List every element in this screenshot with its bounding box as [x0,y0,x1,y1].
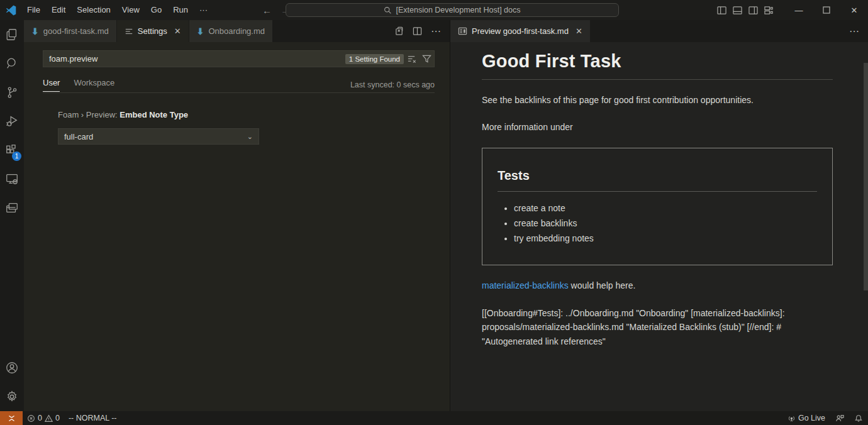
link-reference-text: [[Onboarding#Tests]: ../Onboarding.md "O… [482,306,840,348]
editor-group-right: Preview good-first-task.md ✕ ⋯ Good Firs… [450,20,868,411]
note-card-list: create a note create backlinks try embed… [514,203,817,243]
broadcast-icon [787,414,796,422]
extensions-badge: 1 [12,152,21,161]
feedback-icon [835,414,844,422]
activity-bar: 1 [0,20,24,411]
settings-search-input[interactable]: foam.preview 1 Setting Found [43,50,435,67]
scope-tab-user[interactable]: User [43,78,60,92]
settings-editor-icon [125,27,133,36]
setting-category: Foam › Preview: [58,110,120,119]
preview-link-paragraph: materialized-backlinks would help here. [482,279,833,292]
toggle-sidebar-icon[interactable] [717,6,726,15]
select-value: full-card [64,132,93,141]
error-count: 0 [38,414,42,422]
command-center[interactable]: [Extension Development Host] docs [286,3,619,17]
go-live-button[interactable]: Go Live [782,411,830,425]
menu-view[interactable]: View [116,3,145,17]
materialized-backlinks-link[interactable]: materialized-backlinks [482,280,569,290]
settings-scope-row: User Workspace Last synced: 0 secs ago [43,77,435,93]
markdown-file-icon: ⬇ [31,26,39,36]
markdown-file-icon: ⬇ [197,26,204,36]
list-item: create backlinks [514,218,817,228]
tab-settings[interactable]: Settings ✕ [117,20,189,42]
preview-paragraph: See the backlinks of this page for good … [482,94,833,107]
bell-icon [854,414,863,422]
menu-selection[interactable]: Selection [71,3,116,17]
go-live-label: Go Live [798,414,825,422]
command-center-label: [Extension Development Host] docs [396,6,520,14]
list-item: create a note [514,203,817,213]
search-icon [384,6,392,14]
markdown-preview-icon [458,26,467,36]
setting-embed-note-type: Foam › Preview: Embed Note Type full-car… [58,110,259,145]
embed-note-type-select[interactable]: full-card ⌄ [58,128,259,145]
titlebar: File Edit Selection View Go Run ··· ← → … [0,0,868,20]
errors-icon [27,414,35,422]
setting-name: Embed Note Type [120,110,188,119]
toggle-panel-icon[interactable] [733,6,742,15]
tab-good-first-task[interactable]: ⬇ good-first-task.md [24,20,117,42]
explorer-icon[interactable] [0,20,24,49]
close-tab-icon[interactable]: ✕ [576,26,582,36]
preview-paragraph: More information under [482,121,833,134]
link-suffix-text: would help here. [569,280,636,290]
minimize-button[interactable]: — [785,0,813,20]
search-icon[interactable] [0,49,24,78]
open-settings-json-icon[interactable] [394,26,404,36]
settings-search-value: foam.preview [49,54,97,63]
preview-scrollbar[interactable] [864,63,868,290]
close-window-button[interactable]: ✕ [840,0,868,20]
remote-icon [8,414,16,422]
menu-file[interactable]: File [21,3,46,17]
tab-preview-good-first-task[interactable]: Preview good-first-task.md ✕ [450,20,591,42]
settings-editor: foam.preview 1 Setting Found User Worksp… [24,42,450,411]
settings-gear-icon[interactable] [0,382,24,411]
accounts-icon[interactable] [0,353,24,382]
left-tabbar: ⬇ good-first-task.md Settings ✕ ⬇ Onboar… [24,20,450,42]
editor-area: ⬇ good-first-task.md Settings ✕ ⬇ Onboar… [24,20,868,411]
remote-explorer-icon[interactable] [0,165,24,194]
more-actions-icon[interactable]: ⋯ [431,25,441,37]
embedded-note-card: Tests create a note create backlinks try… [482,148,833,265]
customize-layout-icon[interactable] [764,6,774,15]
tab-label: Onboarding.md [208,26,265,36]
maximize-button[interactable] [813,0,840,20]
warning-count: 0 [55,414,60,422]
menu-go[interactable]: Go [145,3,167,17]
back-arrow-icon[interactable]: ← [262,5,272,16]
settings-result-count-badge: 1 Setting Found [345,54,404,64]
notifications-button[interactable] [849,411,868,425]
more-actions-icon[interactable]: ⋯ [849,25,859,37]
list-item: try embedding notes [514,233,817,243]
markdown-preview-pane: Good First Task See the backlinks of thi… [450,42,868,411]
toggle-secondary-sidebar-icon[interactable] [748,6,758,15]
menu-more[interactable]: ··· [194,3,213,17]
tab-label: Settings [138,26,167,36]
editor-group-left: ⬇ good-first-task.md Settings ✕ ⬇ Onboar… [24,20,450,411]
note-card-title: Tests [498,168,817,192]
remote-indicator-button[interactable] [0,411,23,425]
right-tabbar: Preview good-first-task.md ✕ ⋯ [450,20,868,42]
menu-run[interactable]: Run [167,3,194,17]
problems-indicator[interactable]: 0 0 [23,411,64,425]
feedback-button[interactable] [830,411,849,425]
filter-settings-icon[interactable] [419,54,434,63]
vim-mode-text: -- NORMAL -- [69,414,117,422]
preview-title: Good First Task [482,51,833,80]
vscode-logo-icon [0,5,21,16]
setting-title: Foam › Preview: Embed Note Type [58,110,259,119]
split-editor-icon[interactable] [413,26,422,36]
close-tab-icon[interactable]: ✕ [174,26,181,36]
clear-search-filters-icon[interactable] [404,54,419,63]
panels-icon[interactable] [0,194,24,223]
extensions-icon[interactable]: 1 [0,136,24,165]
tab-onboarding[interactable]: ⬇ Onboarding.md [189,20,273,42]
source-control-icon[interactable] [0,78,24,107]
vim-mode-indicator[interactable]: -- NORMAL -- [64,411,121,425]
tab-label: Preview good-first-task.md [472,26,569,36]
run-and-debug-icon[interactable] [0,107,24,136]
menu-edit[interactable]: Edit [46,3,71,17]
tab-label: good-first-task.md [43,26,109,36]
scope-tab-workspace[interactable]: Workspace [74,78,114,91]
last-synced-label: Last synced: 0 secs ago [350,80,435,89]
